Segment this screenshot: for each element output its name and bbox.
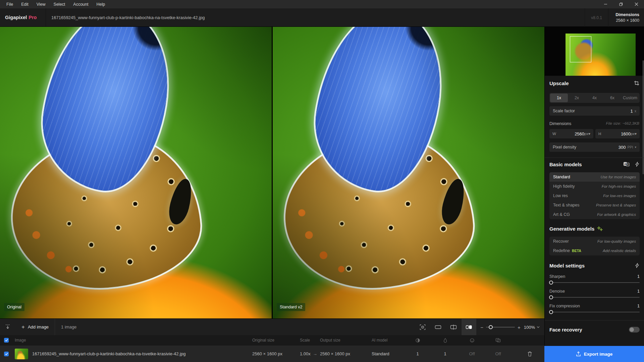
quick-process-icon[interactable] (635, 162, 639, 167)
chevron-down-icon (537, 326, 540, 328)
denoise-value: 1 (637, 289, 640, 294)
scale-custom-button[interactable]: Custom (621, 94, 639, 102)
width-field[interactable]: W 2560 px ▾ (549, 129, 593, 138)
zoom-level-dropdown[interactable]: 100% (524, 325, 540, 330)
menu-help[interactable]: Help (93, 1, 109, 8)
width-value: 2560 (575, 131, 584, 136)
scale-factor-field[interactable]: Scale factor 1 x (549, 106, 640, 116)
fix-compression-slider-handle[interactable] (549, 310, 553, 314)
navigator-thumbnail[interactable] (545, 27, 644, 76)
pixel-density-field[interactable]: Pixel density 300 PPI ▾ (549, 142, 640, 152)
basic-models-icons: A B (623, 162, 639, 167)
fix-compression-slider-row: Fix compression 1 (549, 304, 640, 308)
denoise-slider[interactable] (549, 297, 640, 298)
settings-panel: Upscale 1x 2x 4x 6x Custom Scale factor … (544, 27, 644, 346)
scale-2x-button[interactable]: 2x (568, 94, 586, 102)
bottom-toolbar: + Add image 1 image (0, 318, 544, 335)
original-image-pane[interactable]: Original (0, 27, 272, 318)
crop-icon[interactable] (634, 80, 639, 86)
model-art-cg[interactable]: Art & CG For artwork & graphics (549, 210, 640, 219)
vignette-overlay (0, 27, 272, 318)
row-checkbox[interactable] (4, 352, 9, 356)
model-redefine[interactable]: Redefine BETA Add realistic details (549, 246, 640, 255)
add-image-button[interactable]: + Add image (15, 319, 55, 336)
pixel-density-label: Pixel density (553, 145, 576, 149)
model-low-res[interactable]: Low res For low-res images (549, 191, 640, 200)
sharpen-label: Sharpen (549, 274, 565, 279)
sharpen-slider-handle[interactable] (549, 281, 553, 285)
scale-preset-buttons: 1x 2x 4x 6x Custom (549, 93, 640, 103)
open-filename: 1671659245_www-funnyart-club-p-kartinki-… (46, 15, 205, 20)
model-text-shapes[interactable]: Text & shapes Preserve text & shapes (549, 200, 640, 210)
select-all-checkbox[interactable] (4, 338, 9, 343)
model-settings-icons (635, 263, 639, 268)
upscale-section-title: Upscale (549, 80, 569, 86)
menu-edit[interactable]: Edit (17, 1, 32, 8)
side-by-side-view-button[interactable] (462, 319, 476, 336)
preview-model-label: Standard v2 (277, 303, 305, 311)
width-label: W (552, 132, 556, 136)
model-high-fidelity[interactable]: High fidelity For high-res images (549, 182, 640, 191)
chevron-down-icon[interactable]: ▾ (588, 131, 590, 136)
col-header-scale: Scale (300, 338, 310, 343)
model-standard[interactable]: Standard Use for most images (549, 172, 640, 182)
basic-models-list: Standard Use for most images High fideli… (549, 172, 640, 219)
denoise-slider-handle[interactable] (549, 295, 553, 299)
face-recovery-label: Face recovery (549, 327, 582, 333)
image-dimensions-readout: Dimensions 2560 × 1600 (608, 8, 644, 27)
close-button[interactable] (629, 0, 644, 8)
generative-models-list: Recover For low-quality images Redefine … (549, 237, 640, 255)
restore-button[interactable] (613, 0, 629, 8)
face-recovery-toggle[interactable] (629, 327, 640, 333)
fix-compression-value: 1 (637, 304, 640, 308)
pixel-density-value: 300 (619, 145, 626, 150)
section-divider (545, 158, 644, 158)
denoise-slider-row: Denoise 1 (549, 289, 640, 294)
chevron-down-icon[interactable]: ▾ (635, 145, 636, 149)
minimize-button[interactable] (598, 0, 613, 8)
scale-4x-button[interactable]: 4x (586, 94, 603, 102)
menu-view[interactable]: View (33, 1, 49, 8)
menu-file[interactable]: File (3, 1, 17, 8)
model-recover[interactable]: Recover For low-quality images (549, 237, 640, 246)
dimensions-value: 2560 × 1600 (616, 18, 639, 23)
single-view-button[interactable] (431, 319, 445, 336)
split-view-button[interactable] (446, 319, 461, 336)
sharpen-slider[interactable] (549, 282, 640, 283)
chevron-down-icon[interactable]: ▾ (635, 131, 637, 136)
menu-account[interactable]: Account (69, 1, 92, 8)
delete-image-button[interactable] (525, 351, 534, 357)
export-image-button[interactable]: Export image (544, 346, 644, 362)
snapshot-view-button[interactable] (415, 319, 430, 336)
denoise-column-icon (441, 338, 449, 343)
sparkles-icon (597, 226, 603, 231)
thumbnail-viewport-rect[interactable] (570, 36, 591, 62)
zoom-in-button[interactable]: + (518, 324, 521, 330)
scale-1x-button[interactable]: 1x (550, 94, 568, 102)
height-field[interactable]: H 1600 px ▾ (595, 129, 640, 138)
file-table-row[interactable]: 1671659245_www-funnyart-club-p-kartinki-… (0, 345, 544, 362)
titlebar-right: v8.0.1 Dimensions 2560 × 1600 (585, 8, 644, 27)
compare-ab-icon[interactable]: A B (623, 162, 630, 167)
auto-settings-icon[interactable] (635, 263, 639, 268)
height-label: H (598, 132, 601, 136)
butterfly-photo-preview (273, 27, 544, 318)
scale-6x-button[interactable]: 6x (603, 94, 621, 102)
scale-factor-unit: x (635, 109, 636, 113)
sharpen-value: 1 (637, 274, 640, 279)
menu-select[interactable]: Select (50, 1, 69, 8)
window-controls (598, 0, 644, 8)
width-unit: px (584, 132, 588, 136)
fix-compression-slider[interactable] (549, 312, 640, 312)
beta-badge: BETA (572, 249, 581, 253)
queue-download-button[interactable] (0, 319, 15, 336)
app-name: Gigapixel (5, 15, 27, 20)
preview-image-pane[interactable]: Standard v2 (273, 27, 544, 318)
zoom-out-button[interactable]: − (480, 324, 483, 330)
gigapixel-app-window: File Edit View Select Account Help Gigap… (0, 0, 644, 362)
zoom-slider[interactable] (486, 327, 515, 327)
zoom-slider-handle[interactable] (489, 325, 493, 329)
panel-scrollbar[interactable] (643, 60, 644, 174)
col-header-original-size: Original size (252, 338, 274, 343)
section-divider (545, 320, 644, 320)
